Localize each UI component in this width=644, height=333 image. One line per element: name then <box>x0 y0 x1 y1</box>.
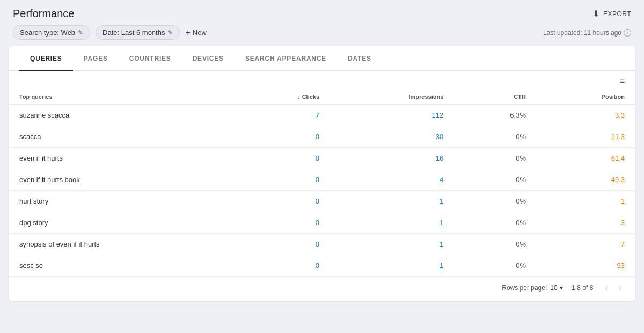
next-page-button[interactable]: › <box>616 282 625 294</box>
query-cell: even if it hurts book <box>9 169 233 191</box>
col-position-header[interactable]: Position <box>537 89 635 105</box>
rows-per-page: Rows per page: 10 ▾ <box>502 284 562 292</box>
new-filter-button[interactable]: + New <box>185 28 206 38</box>
date-range-filter[interactable]: Date: Last 6 months ✎ <box>96 25 180 40</box>
filter-bar: Search type: Web ✎ Date: Last 6 months ✎… <box>0 25 644 46</box>
ctr-cell: 0% <box>454 169 537 191</box>
impressions-cell: 30 <box>330 126 454 148</box>
clicks-cell: 0 <box>233 126 330 148</box>
tab-queries[interactable]: QUERIES <box>19 46 73 71</box>
impressions-cell: 16 <box>330 148 454 169</box>
ctr-cell: 0% <box>454 126 537 148</box>
position-cell: 7 <box>537 234 635 255</box>
plus-icon: + <box>185 28 190 38</box>
prev-page-button[interactable]: ‹ <box>602 282 611 294</box>
table-row: dpg story 0 1 0% 3 <box>9 212 635 234</box>
position-cell: 3.3 <box>537 105 635 126</box>
performance-card: QUERIES PAGES COUNTRIES DEVICES SEARCH A… <box>9 46 635 301</box>
ctr-cell: 0% <box>454 148 537 169</box>
pagination: Rows per page: 10 ▾ 1-8 of 8 ‹ › <box>9 276 635 301</box>
col-clicks-header[interactable]: ↓ Clicks <box>233 89 330 105</box>
tab-dates[interactable]: DATES <box>337 46 382 71</box>
table-row: suzanne scacca 7 112 6.3% 3.3 <box>9 105 635 126</box>
col-ctr-header[interactable]: CTR <box>454 89 537 105</box>
tab-search-appearance[interactable]: SEARCH APPEARANCE <box>235 46 337 71</box>
tab-pages[interactable]: PAGES <box>73 46 119 71</box>
table-row: hurt story 0 1 0% 1 <box>9 191 635 212</box>
clicks-cell: 0 <box>233 191 330 212</box>
queries-table: Top queries ↓ Clicks Impressions CTR Pos… <box>9 89 635 276</box>
rows-per-page-select[interactable]: 10 ▾ <box>550 284 562 292</box>
info-icon: i <box>624 29 631 37</box>
export-button[interactable]: ⬇ EXPORT <box>592 9 631 19</box>
filter-rows-icon[interactable]: ≡ <box>620 76 625 86</box>
ctr-cell: 0% <box>454 212 537 234</box>
impressions-cell: 1 <box>330 191 454 212</box>
page-title: Performance <box>13 8 75 20</box>
clicks-cell: 0 <box>233 234 330 255</box>
sort-down-icon: ↓ <box>297 93 300 100</box>
clicks-cell: 0 <box>233 148 330 169</box>
clicks-cell: 0 <box>233 255 330 277</box>
query-cell: sesc se <box>9 255 233 277</box>
table-row: synopsis of even if it hurts 0 1 0% 7 <box>9 234 635 255</box>
export-icon: ⬇ <box>592 9 600 19</box>
col-query-header: Top queries <box>9 89 233 105</box>
position-cell: 3 <box>537 212 635 234</box>
impressions-cell: 112 <box>330 105 454 126</box>
impressions-cell: 1 <box>330 255 454 277</box>
query-cell: hurt story <box>9 191 233 212</box>
table-row: even if it hurts book 0 4 0% 49.3 <box>9 169 635 191</box>
page-navigation: ‹ › <box>602 282 625 294</box>
query-cell: scacca <box>9 126 233 148</box>
position-cell: 1 <box>537 191 635 212</box>
impressions-cell: 1 <box>330 234 454 255</box>
impressions-cell: 1 <box>330 212 454 234</box>
table-row: even if it hurts 0 16 0% 61.4 <box>9 148 635 169</box>
clicks-cell: 0 <box>233 212 330 234</box>
impressions-cell: 4 <box>330 169 454 191</box>
tab-countries[interactable]: COUNTRIES <box>119 46 182 71</box>
edit-icon: ✎ <box>167 29 173 37</box>
position-cell: 93 <box>537 255 635 277</box>
tab-bar: QUERIES PAGES COUNTRIES DEVICES SEARCH A… <box>9 46 635 71</box>
search-type-filter[interactable]: Search type: Web ✎ <box>13 25 90 40</box>
ctr-cell: 6.3% <box>454 105 537 126</box>
query-cell: dpg story <box>9 212 233 234</box>
ctr-cell: 0% <box>454 255 537 277</box>
col-impressions-header[interactable]: Impressions <box>330 89 454 105</box>
query-cell: even if it hurts <box>9 148 233 169</box>
edit-icon: ✎ <box>78 29 83 37</box>
query-cell: suzanne scacca <box>9 105 233 126</box>
table-row: scacca 0 30 0% 11.3 <box>9 126 635 148</box>
table-row: sesc se 0 1 0% 93 <box>9 255 635 277</box>
table-toolbar: ≡ <box>9 71 635 89</box>
position-cell: 61.4 <box>537 148 635 169</box>
clicks-cell: 0 <box>233 169 330 191</box>
page-range: 1-8 of 8 <box>572 284 594 292</box>
position-cell: 49.3 <box>537 169 635 191</box>
page-header: Performance ⬇ EXPORT <box>0 0 644 25</box>
ctr-cell: 0% <box>454 191 537 212</box>
position-cell: 11.3 <box>537 126 635 148</box>
tab-devices[interactable]: DEVICES <box>182 46 235 71</box>
query-cell: synopsis of even if it hurts <box>9 234 233 255</box>
last-updated: Last updated: 11 hours ago i <box>543 29 631 37</box>
clicks-cell: 7 <box>233 105 330 126</box>
ctr-cell: 0% <box>454 234 537 255</box>
chevron-down-icon: ▾ <box>560 284 563 292</box>
